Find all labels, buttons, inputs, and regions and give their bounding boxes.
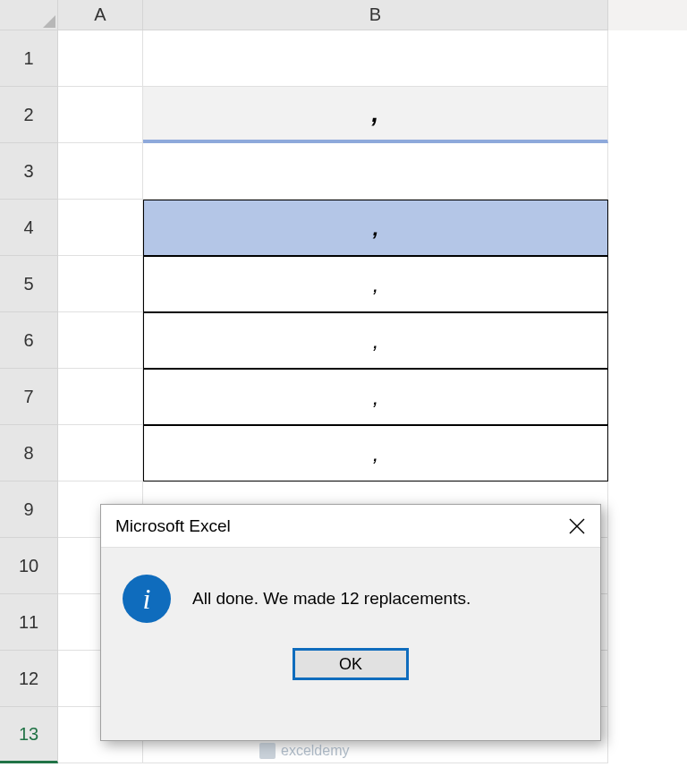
select-all-corner[interactable] (0, 0, 58, 30)
ok-button[interactable]: OK (293, 648, 409, 680)
message-dialog: Microsoft Excel i All done. We made 12 r… (100, 504, 601, 741)
select-all-triangle-icon (43, 15, 55, 28)
cell-B7[interactable]: , (143, 369, 608, 425)
cell-B3[interactable] (143, 143, 608, 200)
dialog-titlebar[interactable]: Microsoft Excel (101, 505, 600, 548)
row-8: 8 , (0, 425, 687, 481)
row-header-9[interactable]: 9 (0, 481, 58, 538)
cell-A6[interactable] (58, 312, 143, 369)
row-header-5[interactable]: 5 (0, 256, 58, 312)
row-5: 5 , (0, 256, 687, 312)
row-header-4[interactable]: 4 (0, 200, 58, 256)
watermark: exceldemy (259, 743, 349, 759)
row-4: 4 , (0, 200, 687, 256)
cell-B4-table-header[interactable]: , (143, 200, 608, 256)
watermark-logo-icon (259, 743, 276, 759)
cell-A4[interactable] (58, 200, 143, 256)
column-header-A[interactable]: A (58, 0, 143, 30)
cell-B5[interactable]: , (143, 256, 608, 312)
watermark-text: exceldemy (281, 743, 349, 759)
row-1: 1 (0, 30, 687, 87)
row-7: 7 , (0, 369, 687, 425)
cell-B1[interactable] (143, 30, 608, 87)
cell-A5[interactable] (58, 256, 143, 312)
info-icon: i (123, 575, 171, 623)
cell-A7[interactable] (58, 369, 143, 425)
row-2: 2 , (0, 87, 687, 143)
dialog-close-button[interactable] (554, 505, 600, 548)
row-header-2[interactable]: 2 (0, 87, 58, 143)
close-icon (569, 518, 585, 534)
row-header-7[interactable]: 7 (0, 369, 58, 425)
row-header-12[interactable]: 12 (0, 651, 58, 707)
cell-B2-title[interactable]: , (143, 87, 608, 143)
cell-B6[interactable]: , (143, 312, 608, 369)
row-3: 3 (0, 143, 687, 200)
dialog-content: i All done. We made 12 replacements. (101, 548, 600, 632)
spreadsheet-grid: A B 1 2 , 3 4 , 5 , 6 , 7 , 8 , (0, 0, 687, 784)
column-headers-row: A B (0, 0, 687, 30)
cell-A2[interactable] (58, 87, 143, 143)
dialog-body: i All done. We made 12 replacements. OK (101, 548, 600, 740)
row-header-6[interactable]: 6 (0, 312, 58, 369)
row-header-3[interactable]: 3 (0, 143, 58, 200)
cell-A8[interactable] (58, 425, 143, 481)
row-header-1[interactable]: 1 (0, 30, 58, 87)
row-header-10[interactable]: 10 (0, 538, 58, 594)
row-header-13[interactable]: 13 (0, 707, 58, 763)
row-header-8[interactable]: 8 (0, 425, 58, 481)
dialog-title: Microsoft Excel (115, 516, 231, 536)
dialog-button-row: OK (101, 632, 600, 702)
row-6: 6 , (0, 312, 687, 369)
dialog-message: All done. We made 12 replacements. (192, 589, 471, 609)
cell-B8[interactable]: , (143, 425, 608, 481)
column-header-B[interactable]: B (143, 0, 608, 30)
cell-A1[interactable] (58, 30, 143, 87)
cell-A3[interactable] (58, 143, 143, 200)
row-header-11[interactable]: 11 (0, 594, 58, 651)
